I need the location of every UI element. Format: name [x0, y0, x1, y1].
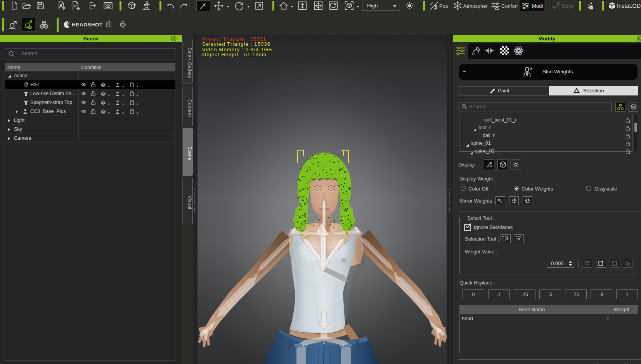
svg-text:ic: ic [74, 4, 76, 8]
